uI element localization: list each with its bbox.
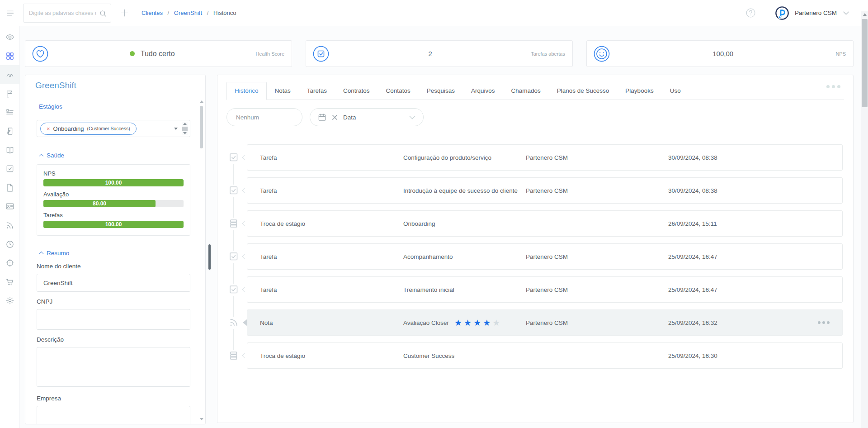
tab-contatos[interactable]: Contatos (378, 82, 419, 100)
select-scrollbar[interactable] (182, 122, 188, 135)
tab-notas[interactable]: Notas (267, 82, 299, 100)
health-metric: NPS100.00 (43, 170, 184, 186)
row-pointer-icon (242, 221, 247, 226)
tab-uso[interactable]: Uso (662, 82, 689, 100)
search-icon[interactable] (99, 10, 107, 18)
client-panel: GreenShift Estágios × Onboarding (Custom… (25, 75, 206, 424)
scroll-thumb[interactable] (200, 106, 203, 148)
sidebar-item-book[interactable] (0, 141, 20, 160)
history-list: TarefaConfiguração do produto/serviçoPar… (226, 144, 853, 369)
stage-timeline-icon (229, 351, 239, 361)
history-card[interactable]: Troca de estágioOnboarding26/09/2024, 15… (247, 210, 843, 237)
timeline-gutter (226, 177, 247, 204)
history-card[interactable]: TarefaConfiguração do produto/serviçoPar… (247, 144, 843, 171)
tab-tarefas[interactable]: Tarefas (299, 82, 335, 100)
sidebar-item-rss[interactable] (0, 216, 20, 235)
scroll-down-icon[interactable] (200, 418, 203, 420)
search-input[interactable] (24, 4, 111, 22)
nps-label: NPS (835, 51, 846, 57)
history-date: 26/09/2024, 15:11 (668, 220, 813, 227)
row-pointer-icon (243, 319, 247, 326)
sidebar-item-grid[interactable] (0, 47, 20, 66)
panel-scrollbar[interactable] (199, 100, 204, 420)
history-user: Partenero CSM (526, 319, 668, 326)
sidebar-item-target[interactable] (0, 253, 20, 272)
breadcrumb-greenshift[interactable]: GreenShift (174, 10, 202, 16)
field-input[interactable] (37, 406, 190, 424)
sidebar-item-cart[interactable] (0, 272, 20, 291)
health-section-toggle[interactable]: Saúde (40, 152, 64, 159)
stage-select[interactable]: × Onboarding (Customer Success) (37, 120, 190, 137)
type-filter[interactable]: Nenhum (226, 108, 302, 126)
panel-menu-icon[interactable] (826, 85, 840, 88)
history-user: Partenero CSM (526, 187, 668, 194)
history-card[interactable]: TarefaAcompanhamentoPartenero CSM25/09/2… (247, 243, 843, 270)
scroll-thumb[interactable] (862, 19, 868, 107)
row-menu-icon[interactable] (813, 321, 830, 324)
clear-date-icon[interactable] (332, 114, 338, 120)
partenero-logo-icon (774, 5, 790, 21)
sidebar-item-gear[interactable] (0, 291, 20, 310)
history-card[interactable]: Troca de estágioCustomer Success25/09/20… (247, 342, 843, 369)
sidebar-item-flag[interactable] (0, 84, 20, 103)
field-label: Empresa (37, 395, 190, 402)
stages-label[interactable]: Estágios (39, 103, 194, 110)
sidebar-item-note-edit[interactable] (0, 122, 20, 141)
add-icon[interactable] (119, 8, 130, 18)
field-descrição: Descrição (37, 336, 190, 389)
page-scrollbar[interactable] (861, 11, 868, 428)
scroll-thumb[interactable] (182, 127, 188, 131)
history-card[interactable]: NotaAvaliaçao Closer★★★★★Partenero CSM25… (247, 309, 843, 336)
history-card[interactable]: TarefaIntrodução à equipe de sucesso do … (247, 177, 843, 204)
tab-planos-de-sucesso[interactable]: Planos de Sucesso (549, 82, 618, 100)
scroll-up-icon[interactable] (183, 123, 187, 125)
tab-playbooks[interactable]: Playbooks (617, 82, 661, 100)
history-title: Onboarding (403, 220, 526, 227)
nps-card[interactable]: 100,00 NPS (586, 40, 854, 67)
field-input[interactable] (37, 274, 190, 292)
scroll-up-icon[interactable] (863, 13, 867, 16)
tab-histórico[interactable]: Histórico (226, 82, 267, 100)
date-filter[interactable]: Data (310, 108, 424, 126)
history-row: Troca de estágioOnboarding26/09/2024, 15… (226, 210, 843, 237)
field-input[interactable] (37, 309, 190, 330)
account-name[interactable]: Partenero CSM (795, 10, 837, 16)
nps-value: 100,00 (610, 50, 835, 57)
remove-tag-icon[interactable]: × (47, 126, 50, 132)
field-input[interactable] (37, 347, 190, 387)
star-empty-icon: ★ (492, 319, 500, 327)
tab-contratos[interactable]: Contratos (335, 82, 378, 100)
main-panel: HistóricoNotasTarefasContratosContatosPe… (217, 75, 854, 423)
panel-resize-handle[interactable] (208, 244, 211, 270)
history-user: Partenero CSM (526, 286, 668, 293)
sidebar-item-gauge[interactable] (0, 65, 20, 84)
filters: Nenhum Data (226, 108, 853, 126)
metric-label: Tarefas (43, 212, 184, 219)
sidebar-item-task-list[interactable] (0, 103, 20, 122)
sidebar-item-id-card[interactable] (0, 197, 20, 216)
health-score-card[interactable]: Tudo certo Health Score (25, 40, 292, 67)
sidebar-item-checkbox[interactable] (0, 159, 20, 178)
select-dropdown-icon[interactable] (174, 128, 178, 130)
open-tasks-card[interactable]: 2 Tarefas abertas (306, 40, 573, 67)
account-chevron-down-icon[interactable] (843, 11, 849, 15)
scroll-down-icon[interactable] (183, 132, 187, 134)
tab-chamados[interactable]: Chamados (503, 82, 548, 100)
sidebar-item-file[interactable] (0, 178, 20, 197)
tab-pesquisas[interactable]: Pesquisas (419, 82, 463, 100)
scroll-up-icon[interactable] (200, 100, 203, 103)
tab-arquivos[interactable]: Arquivos (463, 82, 503, 100)
breadcrumb-clientes[interactable]: Clientes (142, 10, 163, 16)
open-tasks-label: Tarefas abertas (531, 51, 565, 57)
menu-icon[interactable] (5, 8, 15, 18)
client-title: GreenShift (35, 81, 194, 90)
task-timeline-icon (229, 185, 239, 195)
help-icon[interactable] (745, 7, 756, 19)
history-card[interactable]: TarefaTreinamento inicialPartenero CSM25… (247, 276, 843, 303)
stage-timeline-icon (229, 219, 239, 228)
sidebar-item-eye[interactable] (0, 28, 20, 47)
history-date: 25/09/2024, 16:47 (668, 253, 813, 260)
sidebar-item-clock[interactable] (0, 235, 20, 254)
summary-section-toggle[interactable]: Resumo (40, 250, 69, 257)
history-date: 30/09/2024, 08:38 (668, 154, 813, 161)
